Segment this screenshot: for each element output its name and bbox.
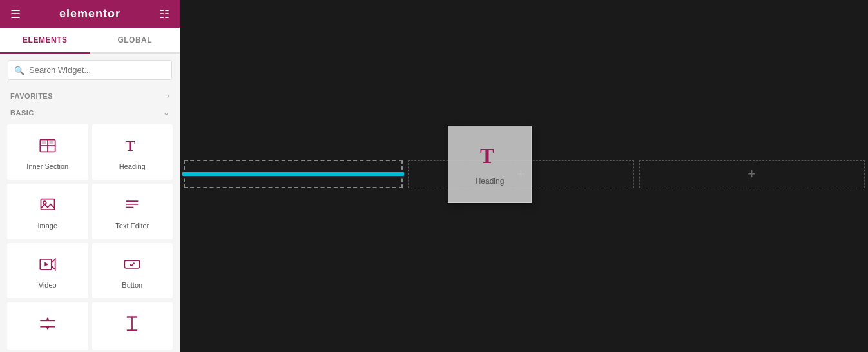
image-icon (39, 196, 57, 217)
text-editor-label: Text Editor (115, 222, 149, 230)
svg-text:T: T (126, 137, 136, 154)
search-wrapper: 🔍 (8, 60, 172, 80)
search-input[interactable] (8, 60, 172, 80)
app-title: elementor (59, 7, 121, 21)
basic-label: BASIC (10, 109, 34, 117)
button-icon (123, 255, 141, 276)
widget-video[interactable]: Video (7, 243, 88, 298)
favorites-section-header[interactable]: FAVORITES › (0, 86, 180, 103)
sidebar-tabs: ELEMENTS GLOBAL (0, 28, 180, 54)
spacer-icon (123, 315, 141, 335)
widget-heading[interactable]: T Heading (92, 124, 173, 180)
dragging-heading-icon: T (478, 144, 501, 171)
basic-section-header[interactable]: BASIC ⌄ (0, 103, 180, 122)
widget-spacer[interactable] (92, 302, 173, 350)
dragging-widget-heading: T Heading (448, 126, 532, 203)
search-icon: 🔍 (14, 65, 24, 75)
favorites-label: FAVORITES (10, 92, 53, 100)
video-icon (39, 255, 57, 276)
svg-marker-12 (52, 259, 55, 269)
hamburger-icon[interactable]: ☰ (10, 7, 21, 21)
favorites-chevron-icon: › (167, 92, 169, 101)
sidebar: ☰ elementor ☷ ELEMENTS GLOBAL 🔍 FAVORITE… (0, 0, 180, 352)
svg-text:T: T (480, 144, 494, 167)
heading-icon: T (123, 137, 141, 157)
inner-section-label: Inner Section (26, 162, 68, 170)
text-editor-icon (123, 196, 141, 217)
widgets-grid: Inner Section T Heading Image (0, 122, 180, 352)
tab-elements[interactable]: ELEMENTS (0, 28, 90, 54)
button-label: Button (122, 281, 142, 289)
widget-button[interactable]: Button (92, 243, 173, 298)
widget-text-editor[interactable]: Text Editor (92, 184, 173, 239)
heading-label: Heading (119, 162, 146, 170)
tab-global[interactable]: GLOBAL (90, 28, 180, 52)
svg-rect-4 (49, 141, 53, 144)
sidebar-header: ☰ elementor ☷ (0, 0, 180, 28)
svg-marker-18 (46, 327, 49, 331)
column-3-plus-icon: + (747, 166, 756, 182)
widget-image[interactable]: Image (7, 184, 88, 239)
grid-icon[interactable]: ☷ (159, 7, 169, 21)
svg-marker-16 (46, 317, 49, 321)
canvas-column-1[interactable] (184, 160, 403, 188)
basic-chevron-icon: ⌄ (163, 108, 170, 117)
svg-rect-3 (41, 141, 46, 144)
canvas-column-3[interactable]: + (639, 160, 865, 188)
dragging-widget-label: Heading (476, 177, 505, 186)
video-label: Video (39, 281, 57, 289)
search-bar: 🔍 (0, 54, 180, 86)
widget-inner-section[interactable]: Inner Section (7, 124, 88, 180)
column-1-blue-bar (182, 172, 404, 176)
inner-section-icon (39, 137, 57, 157)
widget-divider[interactable] (7, 302, 88, 350)
svg-marker-13 (44, 262, 48, 267)
image-label: Image (37, 222, 57, 230)
canvas: + + T Heading (180, 0, 868, 352)
divider-icon (39, 315, 57, 335)
